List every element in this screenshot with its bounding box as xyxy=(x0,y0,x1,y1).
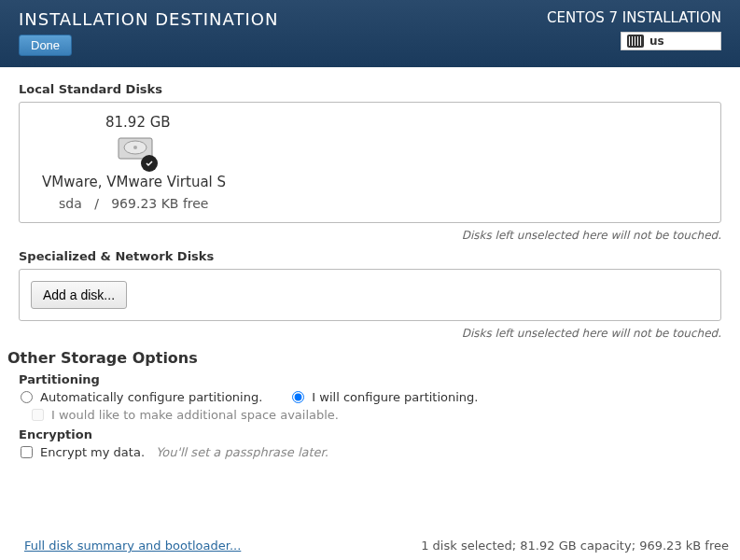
local-disks-label: Local Standard Disks xyxy=(19,82,733,96)
footer-bar: Full disk summary and bootloader... 1 di… xyxy=(7,539,733,553)
encryption-label: Encryption xyxy=(19,427,733,441)
header-bar: INSTALLATION DESTINATION Done CENTOS 7 I… xyxy=(0,0,740,67)
local-disks-frame: 81.92 GB VMware, VMware Virtual S sda / … xyxy=(19,102,721,223)
extra-space-checkbox xyxy=(32,409,44,421)
disk-details: sda / 969.23 KB free xyxy=(59,196,208,211)
page-title: INSTALLATION DESTINATION xyxy=(19,9,278,29)
auto-partition-label[interactable]: Automatically configure partitioning. xyxy=(40,390,262,404)
manual-partition-label[interactable]: I will configure partitioning. xyxy=(312,390,478,404)
disk-size: 81.92 GB xyxy=(105,114,171,131)
disk-summary-link[interactable]: Full disk summary and bootloader... xyxy=(24,539,241,553)
manual-partition-radio[interactable] xyxy=(292,391,304,403)
network-disks-frame: Add a disk... xyxy=(19,269,721,321)
storage-options-title: Other Storage Options xyxy=(7,349,733,367)
encrypt-checkbox[interactable] xyxy=(21,446,33,458)
disk-status-text: 1 disk selected; 81.92 GB capacity; 969.… xyxy=(421,539,729,553)
disk-icon xyxy=(117,134,154,168)
installer-title: CENTOS 7 INSTALLATION xyxy=(547,9,721,26)
auto-partition-radio[interactable] xyxy=(21,391,33,403)
keyboard-icon xyxy=(627,35,644,48)
done-button[interactable]: Done xyxy=(19,35,72,56)
add-disk-button[interactable]: Add a disk... xyxy=(31,281,127,309)
encrypt-label[interactable]: Encrypt my data. xyxy=(40,445,145,459)
keyboard-layout-label: us xyxy=(649,35,664,48)
keyboard-layout-indicator[interactable]: us xyxy=(621,32,721,50)
network-disks-label: Specialized & Network Disks xyxy=(19,249,733,263)
check-icon xyxy=(141,155,158,172)
extra-space-label: I would like to make additional space av… xyxy=(51,408,339,422)
encryption-hint: You'll set a passphrase later. xyxy=(156,445,328,459)
local-disks-hint: Disks left unselected here will not be t… xyxy=(7,229,721,242)
disk-name: VMware, VMware Virtual S xyxy=(42,174,226,190)
partitioning-label: Partitioning xyxy=(19,372,733,386)
svg-point-2 xyxy=(133,146,137,149)
network-disks-hint: Disks left unselected here will not be t… xyxy=(7,327,721,340)
disk-item[interactable]: 81.92 GB VMware, VMware Virtual S sda / … xyxy=(31,114,236,211)
